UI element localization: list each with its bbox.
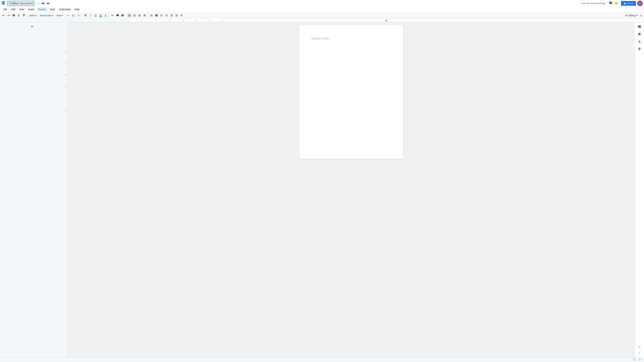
undo-button[interactable] [1, 13, 6, 18]
zoom-chevron-icon: ▾ [35, 14, 36, 17]
zoom-value: 100% [29, 14, 34, 17]
sidebar-add-button[interactable]: + [637, 345, 642, 350]
document-title[interactable]: Untitled document [8, 1, 34, 6]
font-size-input[interactable]: 11 [70, 13, 76, 17]
print-button[interactable] [12, 13, 16, 18]
font-chevron-icon: ▾ [62, 14, 63, 17]
fullscreen-button[interactable] [638, 358, 642, 362]
paragraph-style-label: Normal text [40, 14, 51, 17]
ruler-document-area[interactable]: 1 2 3 4 5 6 7 [128, 19, 644, 22]
docs-icon [1, 1, 6, 6]
cloud-save-button[interactable] [46, 1, 50, 5]
divider-6 [109, 14, 109, 17]
increase-font-size-button[interactable]: + [76, 13, 81, 18]
align-center-button[interactable] [132, 13, 137, 18]
menu-view[interactable]: View [17, 7, 26, 11]
insert-image-button[interactable] [120, 13, 125, 18]
bottom-bar [0, 357, 644, 362]
account-dot [615, 2, 617, 4]
star-button[interactable]: ☆ [36, 1, 40, 6]
share-button[interactable]: Share [621, 1, 636, 6]
highlight-color-button[interactable]: A [103, 13, 108, 18]
sidebar-bookmark-button[interactable] [636, 31, 643, 37]
italic-button[interactable]: I [88, 13, 93, 18]
line-spacing-button[interactable] [149, 13, 154, 18]
font-selector[interactable]: Arial ▾ [56, 13, 64, 18]
align-justify-button[interactable] [142, 13, 147, 18]
document-canvas[interactable]: Type @ to insert [68, 22, 634, 357]
align-left-button[interactable] [127, 13, 132, 18]
underline-button[interactable]: U [93, 13, 98, 18]
comments-button[interactable] [608, 1, 613, 6]
account-chevron-icon [618, 3, 619, 4]
title-icons: ☆ [36, 1, 50, 6]
right-sidebar: + [634, 22, 644, 357]
numbered-list-button[interactable] [164, 13, 169, 18]
clear-formatting-button[interactable] [179, 13, 184, 18]
account-switcher[interactable] [614, 2, 620, 5]
document-placeholder[interactable]: Type @ to insert [311, 37, 391, 40]
align-right-button[interactable] [137, 13, 142, 18]
main-area: 2 3 4 5 6 7 8 Type @ to insert + [0, 22, 644, 357]
left-panel [0, 22, 64, 357]
ruler-marks: 1 2 3 4 5 6 7 [129, 19, 644, 22]
divider-5 [82, 14, 82, 17]
text-color-button[interactable]: A [98, 13, 103, 18]
menu-edit[interactable]: Edit [9, 7, 17, 11]
last-edit-status: Last edit was seconds ago [582, 2, 606, 4]
zoom-selector[interactable]: 100% ▾ [28, 13, 37, 18]
decrease-font-size-button[interactable]: − [66, 13, 70, 18]
ruler: 1 2 3 4 5 6 7 [0, 19, 644, 22]
share-lock-icon [624, 2, 626, 4]
editing-chevron-icon: ▾ [636, 14, 638, 17]
menu-bar: File Edit View Insert Format Tools Exten… [0, 7, 644, 12]
menu-tools[interactable]: Tools [48, 7, 57, 11]
insert-comment-button[interactable] [115, 13, 120, 18]
paragraph-style-selector[interactable]: Normal text ▾ [39, 13, 54, 18]
share-label: Share [627, 2, 633, 5]
highlight-color-swatch [104, 16, 107, 17]
svg-rect-4 [2, 3, 4, 4]
sidebar-contacts-button[interactable] [636, 38, 643, 45]
sidebar-comments-button[interactable] [636, 23, 643, 30]
vertical-ruler: 2 3 4 5 6 7 8 [64, 22, 68, 357]
toolbar-expand-button[interactable]: ∧ [639, 13, 643, 18]
document-page[interactable]: Type @ to insert [299, 25, 403, 159]
bold-button[interactable]: B [83, 13, 88, 18]
right-title-actions: Share U [608, 1, 643, 6]
editing-mode-button[interactable]: Editing ▾ [624, 13, 639, 17]
svg-rect-6 [4, 1, 5, 2]
fit-page-button[interactable] [632, 358, 636, 362]
menu-insert[interactable]: Insert [26, 7, 36, 11]
user-avatar[interactable]: U [637, 1, 643, 6]
indent-decrease-button[interactable] [169, 13, 174, 18]
bullet-list-button[interactable] [159, 13, 164, 18]
menu-help[interactable]: Help [72, 7, 82, 11]
document-outline-button[interactable] [29, 23, 35, 30]
spell-check-button[interactable] [16, 13, 21, 18]
pencil-icon [625, 14, 627, 16]
menu-extensions[interactable]: Extensions [57, 7, 72, 11]
indent-increase-button[interactable] [174, 13, 179, 18]
sidebar-maps-button[interactable] [636, 45, 643, 52]
ruler-indent-marker[interactable] [385, 19, 387, 21]
toolbar: 100% ▾ Normal text ▾ Arial ▾ − 11 + B I … [0, 12, 644, 19]
svg-marker-7 [385, 19, 387, 21]
checklist-button[interactable] [154, 13, 159, 18]
divider-2 [38, 14, 38, 17]
paint-format-button[interactable] [22, 13, 26, 18]
sidebar-expand-button[interactable] [637, 351, 642, 356]
title-bar: Untitled document ☆ Last edit was second… [0, 0, 644, 7]
text-color-indicator: A [100, 14, 102, 17]
menu-file[interactable]: File [1, 7, 9, 11]
font-size-controls: − 11 + [66, 13, 81, 18]
svg-rect-1 [2, 1, 4, 4]
editing-mode-label: Editing [628, 14, 636, 17]
insert-link-button[interactable] [110, 13, 115, 18]
move-to-folder-button[interactable] [41, 1, 45, 5]
style-chevron-icon: ▾ [52, 14, 53, 17]
highlight-indicator: A [104, 14, 107, 17]
redo-button[interactable] [6, 13, 11, 18]
ruler-left-margin [0, 19, 64, 22]
menu-format[interactable]: Format [36, 7, 48, 11]
